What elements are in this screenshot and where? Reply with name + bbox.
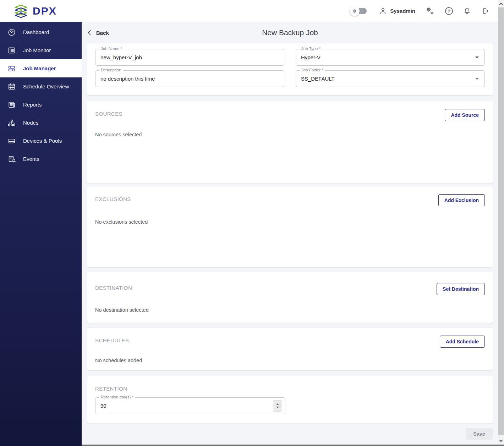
sidebar-item-nodes[interactable]: Nodes	[0, 114, 82, 132]
sidebar-item-devices-pools[interactable]: Devices & Pools	[0, 132, 82, 150]
sidebar-item-label: Dashboard	[23, 29, 49, 35]
sources-card: SOURCES Add Source No sources selected	[87, 101, 493, 183]
add-exclusion-button[interactable]: Add Exclusion	[438, 194, 485, 206]
destination-empty-text: No destination selected	[95, 307, 485, 313]
add-schedule-button[interactable]: Add Schedule	[440, 336, 485, 348]
vertical-scrollbar[interactable]	[498, 0, 504, 445]
settings-gears-icon	[424, 6, 435, 16]
footer-actions: Save	[87, 428, 493, 440]
sidebar: Dashboard Job Monitor Job Manager	[0, 22, 82, 446]
sidebar-item-label: Reports	[23, 102, 42, 108]
logout-icon	[481, 7, 489, 15]
sidebar-item-job-manager[interactable]: Job Manager	[0, 59, 82, 77]
sidebar-item-label: Devices & Pools	[23, 138, 62, 144]
job-folder-value: SS_DEFAULT	[301, 76, 475, 82]
set-destination-button[interactable]: Set Destination	[437, 283, 485, 295]
retention-card: RETENTION Retention day(s) *	[87, 376, 493, 423]
job-folder-select[interactable]: Job Folder * SS_DEFAULT	[296, 70, 485, 87]
schedules-title: SCHEDULES	[95, 336, 129, 343]
stepper-up-icon[interactable]	[276, 403, 279, 405]
sidebar-item-dashboard[interactable]: Dashboard	[0, 23, 82, 41]
gear-icon	[351, 7, 358, 15]
help-icon: ?	[444, 6, 454, 16]
drive-icon	[7, 137, 16, 145]
retention-days-label: Retention day(s) *	[99, 395, 135, 399]
destination-card: DESTINATION Set Destination No destinati…	[87, 272, 493, 323]
sidebar-item-label: Schedule Overview	[23, 83, 69, 89]
username-label: Sysadmin	[390, 8, 415, 14]
job-name-label: Job Name *	[99, 47, 124, 51]
description-label: Description	[99, 68, 123, 72]
scrollbar-thumb[interactable]	[498, 7, 504, 435]
exclusions-title: EXCLUSIONS	[95, 194, 131, 202]
sidebar-item-job-monitor[interactable]: Job Monitor	[0, 41, 82, 59]
scroll-up-arrow[interactable]	[498, 1, 504, 7]
sidebar-item-label: Job Monitor	[23, 47, 51, 53]
add-source-button[interactable]: Add Source	[445, 109, 485, 121]
job-type-label: Job Type *	[300, 47, 322, 51]
exclusions-empty-text: No exclusions selected	[95, 219, 485, 225]
topbar-actions: Sysadmin ?	[352, 6, 489, 16]
sidebar-item-reports[interactable]: Reports	[0, 96, 82, 114]
sidebar-item-label: Job Manager	[23, 65, 56, 71]
settings-button[interactable]	[424, 6, 435, 16]
brand-logo: DPX	[13, 4, 57, 18]
job-manager-rows-icon	[7, 64, 16, 73]
schedules-empty-text: No schedules added	[95, 358, 485, 363]
window-bottom-edge	[82, 445, 504, 446]
save-button[interactable]: Save	[466, 428, 493, 440]
scroll-down-arrow[interactable]	[498, 437, 504, 444]
brand-name: DPX	[33, 5, 57, 17]
main-content: Back New Backup Job Job Name * Job Type …	[82, 22, 498, 445]
sidebar-item-label: Events	[23, 156, 39, 162]
job-monitor-list-icon	[7, 46, 16, 55]
notifications-bell-icon	[463, 7, 471, 15]
sources-empty-text: No sources selected	[95, 132, 485, 137]
job-type-value: Hyper-V	[301, 54, 475, 60]
dashboard-gauge-icon	[7, 28, 16, 37]
chevron-down-icon	[475, 78, 479, 80]
dpx-layers-logo-icon	[13, 4, 28, 18]
list-bell-icon	[7, 155, 16, 163]
chevron-left-icon	[87, 30, 91, 36]
newspaper-icon	[7, 100, 16, 109]
stepper-down-icon[interactable]	[276, 407, 279, 408]
job-name-field[interactable]: Job Name *	[95, 49, 284, 66]
number-stepper[interactable]	[273, 400, 282, 412]
job-name-input[interactable]	[100, 54, 279, 60]
app-window: DPX Sysadmin	[0, 0, 504, 446]
user-menu[interactable]: Sysadmin	[379, 7, 415, 15]
back-label: Back	[96, 30, 109, 36]
retention-title: RETENTION	[95, 384, 485, 392]
job-details-card: Job Name * Job Type * Hyper-V Descriptio…	[87, 43, 493, 95]
page-header: Back New Backup Job	[87, 22, 493, 43]
description-field[interactable]: Description	[95, 70, 284, 87]
retention-days-input[interactable]	[100, 403, 280, 409]
schedules-card: SCHEDULES Add Schedule No schedules adde…	[87, 328, 493, 370]
calendar-icon	[7, 82, 16, 91]
help-button[interactable]: ?	[444, 6, 454, 16]
topbar: DPX Sysadmin	[0, 0, 498, 22]
page-title: New Backup Job	[262, 28, 318, 37]
chevron-down-icon	[475, 56, 479, 59]
svg-text:?: ?	[448, 8, 450, 13]
description-input[interactable]	[100, 76, 279, 82]
destination-title: DESTINATION	[95, 283, 132, 291]
logout-button[interactable]	[481, 7, 489, 15]
exclusions-card: EXCLUSIONS Add Exclusion No exclusions s…	[87, 186, 493, 267]
notifications-button[interactable]	[463, 7, 471, 15]
sources-title: SOURCES	[95, 109, 122, 117]
job-type-select[interactable]: Job Type * Hyper-V	[296, 49, 485, 66]
sidebar-item-label: Nodes	[23, 120, 38, 126]
job-folder-label: Job Folder *	[300, 68, 325, 72]
user-icon	[379, 7, 387, 15]
retention-days-field[interactable]: Retention day(s) *	[95, 397, 285, 414]
toggle-knob[interactable]	[350, 6, 360, 16]
sidebar-item-schedule-overview[interactable]: Schedule Overview	[0, 77, 82, 96]
back-button[interactable]: Back	[87, 30, 109, 36]
sidebar-item-events[interactable]: Events	[0, 150, 82, 168]
sitemap-icon	[7, 119, 16, 127]
dark-mode-toggle[interactable]	[352, 8, 367, 14]
